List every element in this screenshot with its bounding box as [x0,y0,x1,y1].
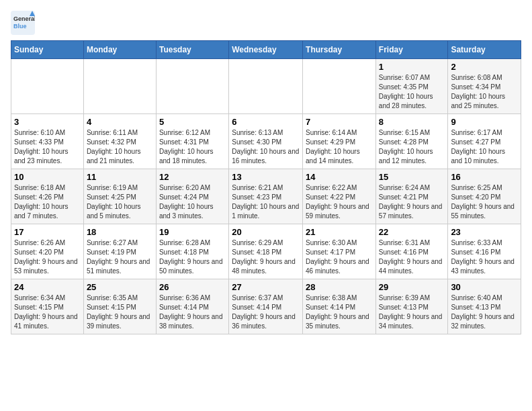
calendar-cell: 13Sunrise: 6:21 AM Sunset: 4:23 PM Dayli… [229,169,303,224]
day-number: 12 [159,172,226,182]
weekday-header: Thursday [303,41,376,59]
day-number: 15 [379,172,445,182]
day-info: Sunrise: 6:15 AM Sunset: 4:28 PM Dayligh… [379,128,445,166]
calendar-cell: 9Sunrise: 6:17 AM Sunset: 4:27 PM Daylig… [448,114,521,169]
calendar-cell: 15Sunrise: 6:24 AM Sunset: 4:21 PM Dayli… [375,169,448,224]
day-info: Sunrise: 6:31 AM Sunset: 4:16 PM Dayligh… [379,238,445,276]
calendar-cell: 24Sunrise: 6:34 AM Sunset: 4:15 PM Dayli… [11,279,84,334]
weekday-header: Sunday [11,41,84,59]
day-number: 5 [159,117,226,127]
calendar-cell: 3Sunrise: 6:10 AM Sunset: 4:33 PM Daylig… [11,114,84,169]
calendar-cell: 12Sunrise: 6:20 AM Sunset: 4:24 PM Dayli… [156,169,228,224]
day-info: Sunrise: 6:26 AM Sunset: 4:20 PM Dayligh… [14,238,81,276]
calendar-cell: 17Sunrise: 6:26 AM Sunset: 4:20 PM Dayli… [11,224,84,279]
calendar-table: SundayMondayTuesdayWednesdayThursdayFrid… [11,40,521,334]
day-number: 4 [87,117,153,127]
day-info: Sunrise: 6:39 AM Sunset: 4:13 PM Dayligh… [379,293,445,331]
day-info: Sunrise: 6:35 AM Sunset: 4:15 PM Dayligh… [87,293,153,331]
day-number: 3 [14,117,81,127]
weekday-header: Friday [375,41,448,59]
day-info: Sunrise: 6:21 AM Sunset: 4:23 PM Dayligh… [232,183,300,221]
calendar-cell: 28Sunrise: 6:38 AM Sunset: 4:14 PM Dayli… [303,279,376,334]
calendar-cell: 26Sunrise: 6:36 AM Sunset: 4:14 PM Dayli… [156,279,228,334]
weekday-header: Wednesday [229,41,303,59]
calendar-cell: 23Sunrise: 6:33 AM Sunset: 4:16 PM Dayli… [448,224,521,279]
day-number: 21 [306,227,373,237]
day-info: Sunrise: 6:11 AM Sunset: 4:32 PM Dayligh… [87,128,153,166]
day-info: Sunrise: 6:37 AM Sunset: 4:14 PM Dayligh… [232,293,300,331]
calendar-cell: 22Sunrise: 6:31 AM Sunset: 4:16 PM Dayli… [375,224,448,279]
day-number: 29 [379,282,445,292]
day-info: Sunrise: 6:07 AM Sunset: 4:35 PM Dayligh… [379,73,445,111]
calendar-cell [229,59,303,114]
calendar-cell: 7Sunrise: 6:14 AM Sunset: 4:29 PM Daylig… [303,114,376,169]
day-info: Sunrise: 6:10 AM Sunset: 4:33 PM Dayligh… [14,128,81,166]
day-info: Sunrise: 6:17 AM Sunset: 4:27 PM Dayligh… [451,128,518,166]
day-number: 22 [379,227,445,237]
calendar-cell: 11Sunrise: 6:19 AM Sunset: 4:25 PM Dayli… [83,169,156,224]
day-number: 25 [87,282,153,292]
calendar-week-row: 10Sunrise: 6:18 AM Sunset: 4:26 PM Dayli… [11,169,521,224]
day-info: Sunrise: 6:30 AM Sunset: 4:17 PM Dayligh… [306,238,373,276]
day-info: Sunrise: 6:29 AM Sunset: 4:18 PM Dayligh… [232,238,300,276]
day-info: Sunrise: 6:13 AM Sunset: 4:30 PM Dayligh… [232,128,300,166]
day-number: 23 [451,227,518,237]
day-number: 16 [451,172,518,182]
calendar-cell: 5Sunrise: 6:12 AM Sunset: 4:31 PM Daylig… [156,114,228,169]
header: General Blue [11,11,521,35]
day-info: Sunrise: 6:08 AM Sunset: 4:34 PM Dayligh… [451,73,518,111]
calendar-cell: 27Sunrise: 6:37 AM Sunset: 4:14 PM Dayli… [229,279,303,334]
calendar-cell: 10Sunrise: 6:18 AM Sunset: 4:26 PM Dayli… [11,169,84,224]
calendar-cell [11,59,84,114]
day-info: Sunrise: 6:20 AM Sunset: 4:24 PM Dayligh… [159,183,226,221]
day-number: 1 [379,62,445,72]
day-number: 13 [232,172,300,182]
weekday-header: Saturday [448,41,521,59]
day-info: Sunrise: 6:33 AM Sunset: 4:16 PM Dayligh… [451,238,518,276]
day-info: Sunrise: 6:18 AM Sunset: 4:26 PM Dayligh… [14,183,81,221]
calendar-cell: 4Sunrise: 6:11 AM Sunset: 4:32 PM Daylig… [83,114,156,169]
day-info: Sunrise: 6:38 AM Sunset: 4:14 PM Dayligh… [306,293,373,331]
day-number: 26 [159,282,226,292]
day-number: 17 [14,227,81,237]
calendar-cell: 16Sunrise: 6:25 AM Sunset: 4:20 PM Dayli… [448,169,521,224]
weekday-header: Tuesday [156,41,228,59]
calendar-cell: 19Sunrise: 6:28 AM Sunset: 4:18 PM Dayli… [156,224,228,279]
day-info: Sunrise: 6:12 AM Sunset: 4:31 PM Dayligh… [159,128,226,166]
day-info: Sunrise: 6:22 AM Sunset: 4:22 PM Dayligh… [306,183,373,221]
day-number: 30 [451,282,518,292]
calendar-cell: 25Sunrise: 6:35 AM Sunset: 4:15 PM Dayli… [83,279,156,334]
calendar-cell [303,59,376,114]
calendar-cell: 6Sunrise: 6:13 AM Sunset: 4:30 PM Daylig… [229,114,303,169]
svg-text:General: General [13,15,35,22]
day-number: 2 [451,62,518,72]
day-info: Sunrise: 6:27 AM Sunset: 4:19 PM Dayligh… [87,238,153,276]
logo-icon: General Blue [11,11,35,35]
day-number: 19 [159,227,226,237]
day-number: 28 [306,282,373,292]
day-info: Sunrise: 6:34 AM Sunset: 4:15 PM Dayligh… [14,293,81,331]
calendar-cell: 2Sunrise: 6:08 AM Sunset: 4:34 PM Daylig… [448,59,521,114]
calendar-cell: 1Sunrise: 6:07 AM Sunset: 4:35 PM Daylig… [375,59,448,114]
day-info: Sunrise: 6:19 AM Sunset: 4:25 PM Dayligh… [87,183,153,221]
calendar-cell: 18Sunrise: 6:27 AM Sunset: 4:19 PM Dayli… [83,224,156,279]
weekday-header: Monday [83,41,156,59]
day-number: 7 [306,117,373,127]
day-number: 14 [306,172,373,182]
weekday-header-row: SundayMondayTuesdayWednesdayThursdayFrid… [11,41,521,59]
logo: General Blue [11,11,39,35]
calendar-cell: 20Sunrise: 6:29 AM Sunset: 4:18 PM Dayli… [229,224,303,279]
day-info: Sunrise: 6:40 AM Sunset: 4:13 PM Dayligh… [451,293,518,331]
calendar-week-row: 1Sunrise: 6:07 AM Sunset: 4:35 PM Daylig… [11,59,521,114]
calendar-week-row: 17Sunrise: 6:26 AM Sunset: 4:20 PM Dayli… [11,224,521,279]
calendar-cell: 8Sunrise: 6:15 AM Sunset: 4:28 PM Daylig… [375,114,448,169]
day-number: 10 [14,172,81,182]
day-info: Sunrise: 6:36 AM Sunset: 4:14 PM Dayligh… [159,293,226,331]
calendar-week-row: 24Sunrise: 6:34 AM Sunset: 4:15 PM Dayli… [11,279,521,334]
day-info: Sunrise: 6:24 AM Sunset: 4:21 PM Dayligh… [379,183,445,221]
calendar-cell [83,59,156,114]
calendar-week-row: 3Sunrise: 6:10 AM Sunset: 4:33 PM Daylig… [11,114,521,169]
day-number: 11 [87,172,153,182]
calendar-cell: 30Sunrise: 6:40 AM Sunset: 4:13 PM Dayli… [448,279,521,334]
calendar-cell: 21Sunrise: 6:30 AM Sunset: 4:17 PM Dayli… [303,224,376,279]
